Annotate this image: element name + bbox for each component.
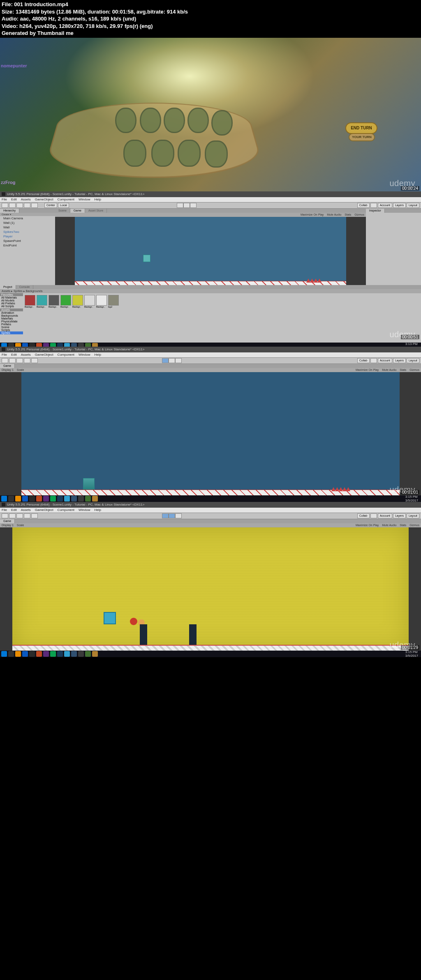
hierarchy-item[interactable]: SpikesTwo	[0, 230, 55, 234]
game-tab[interactable]: Game	[0, 519, 15, 523]
pivot-center-toggle[interactable]: Center	[44, 203, 57, 208]
inspector-tab[interactable]: Inspector	[366, 209, 385, 213]
stats-toggle[interactable]: Stats	[345, 213, 351, 216]
rect-tool-icon[interactable]	[31, 203, 38, 208]
play-button-icon[interactable]	[177, 203, 183, 208]
menu-component[interactable]: Component	[58, 198, 74, 201]
video-line: Video: h264, yuv420p, 1280x720, 718 kb/s…	[2, 23, 419, 30]
player-cube	[83, 478, 95, 490]
unity-logo-icon	[2, 347, 5, 351]
size-line: Size: 13481469 bytes (12.86 MiB), durati…	[2, 8, 419, 16]
menu-assets[interactable]: Assets	[21, 198, 31, 201]
scene-tab[interactable]: Scene	[55, 209, 70, 213]
project-panel: Favorites All Materials All Models All P…	[0, 293, 421, 343]
window-titlebar: Unity 5.5.2f1 Personal (64bit) - Scene1.…	[0, 191, 421, 197]
layout-dropdown[interactable]: Layout	[407, 203, 419, 208]
your-turn-label: YOUR TURN	[349, 133, 375, 141]
pause-button-icon[interactable]	[169, 358, 175, 363]
scale-tool-icon[interactable]	[24, 358, 30, 363]
red-ball	[130, 618, 137, 625]
menu-gameobject[interactable]: GameObject	[35, 198, 53, 201]
game-view-yellow	[12, 527, 409, 651]
hierarchy-item[interactable]: Main Camera	[0, 216, 55, 221]
audio-line: Audio: aac, 48000 Hz, 2 channels, s16, 1…	[2, 15, 419, 23]
hierarchy-item[interactable]: Player	[0, 234, 55, 239]
mute-toggle[interactable]: Mute Audio	[327, 213, 341, 216]
thumbnail-frame-4: Unity 5.5.2f1 Personal (64bit) - Scene1.…	[0, 502, 421, 657]
menu-file[interactable]: File	[2, 198, 7, 201]
player-cube	[143, 255, 150, 262]
thumbnail-frame-3: Unity 5.5.2f1 Personal (64bit) - Scene1.…	[0, 347, 421, 502]
pivot-local-toggle[interactable]: Local	[58, 203, 69, 208]
obstacle-pillar	[140, 624, 147, 645]
play-button-icon[interactable]	[162, 513, 169, 518]
menu-window[interactable]: Window	[79, 198, 90, 201]
move-tool-icon[interactable]	[9, 358, 16, 363]
frame-timestamp: 00:00:51	[401, 335, 419, 339]
window-title: Unity 5.5.2f1 Personal (64bit) - Scene1.…	[7, 347, 144, 351]
move-tool-icon[interactable]	[9, 203, 16, 208]
floor	[12, 645, 409, 651]
hierarchy-tab[interactable]: Hierarchy	[0, 209, 19, 213]
play-button-icon[interactable]	[162, 358, 169, 363]
pause-button-icon[interactable]	[183, 203, 190, 208]
opponent-name: nomepunter	[1, 63, 27, 68]
video-metadata-header: File: 001 Introduction.mp4 Size: 1348146…	[0, 0, 421, 38]
game-tab[interactable]: Game	[70, 209, 85, 213]
display-dropdown[interactable]: Display 1	[2, 368, 14, 371]
hierarchy-item[interactable]: EndPoint	[0, 243, 55, 248]
account-dropdown[interactable]: Account	[378, 203, 392, 208]
thumbnail-frame-1: nomepunter END TURN YOUR TURN zzFrog ude…	[0, 38, 421, 191]
hand-tool-icon[interactable]	[2, 358, 8, 363]
hierarchy-item[interactable]: Wall	[0, 225, 55, 230]
collab-dropdown[interactable]: Collab	[357, 203, 370, 208]
windows-taskbar[interactable]: 3:15 PM 3/5/2017	[0, 495, 421, 502]
menu-bar[interactable]: File Edit Assets GameObject Component Wi…	[0, 352, 421, 357]
frame-timestamp: 00:01:29	[401, 645, 419, 650]
cloud-icon[interactable]	[370, 203, 377, 208]
windows-taskbar[interactable]: 3:15 PM 3/5/2017	[0, 651, 421, 657]
step-button-icon[interactable]	[175, 358, 182, 363]
main-toolbar: Collab Account Layers Layout	[0, 357, 421, 364]
project-tree[interactable]: Favorites All Materials All Models All P…	[0, 293, 23, 343]
game-view-maximized	[0, 372, 421, 495]
rotate-tool-icon[interactable]	[16, 203, 23, 208]
taskbar-clock[interactable]: 3:15 PM 3/5/2017	[405, 495, 420, 502]
asset-store-tab[interactable]: Asset Store	[85, 209, 107, 213]
gizmos-toggle[interactable]: Gizmos	[354, 213, 364, 216]
hierarchy-item[interactable]: SpawnPoint	[0, 239, 55, 243]
menu-help[interactable]: Help	[94, 198, 101, 201]
hand-tool-icon[interactable]	[2, 203, 8, 208]
main-toolbar: Center Local Collab Account Layers Layou…	[0, 202, 421, 209]
console-tab[interactable]: Console	[16, 285, 34, 289]
obstacle-pillar	[189, 624, 197, 645]
player-name: zzFrog	[1, 180, 15, 185]
hierarchy-panel: Hierarchy Create ▾ Main Camera Wall (1) …	[0, 209, 55, 285]
end-turn-button[interactable]: END TURN	[345, 122, 377, 134]
step-button-icon[interactable]	[190, 203, 197, 208]
player-cube	[104, 612, 116, 624]
thumbnail-frame-2: Unity 5.5.2f1 Personal (64bit) - Scene1.…	[0, 191, 421, 347]
step-button-icon[interactable]	[175, 513, 182, 518]
scale-label: Scale	[17, 368, 24, 371]
game-view	[55, 217, 366, 285]
layers-dropdown[interactable]: Layers	[393, 203, 406, 208]
rect-tool-icon[interactable]	[31, 358, 38, 363]
hierarchy-item[interactable]: Wall (1)	[0, 221, 55, 225]
project-tab[interactable]: Project	[0, 285, 16, 289]
window-title: Unity 5.5.2f1 Personal (64bit) - Scene1.…	[7, 192, 144, 196]
asset-grid[interactable]: Backgr.. Backgr.. Backgr.. Backgr.. Back…	[23, 293, 421, 343]
frame-timestamp: 00:00:24	[401, 186, 419, 191]
menu-edit[interactable]: Edit	[11, 198, 17, 201]
taskbar-clock[interactable]: 3:15 PM 3/5/2017	[405, 650, 420, 657]
game-tab[interactable]: Game	[0, 364, 15, 368]
maximize-toggle[interactable]: Maximize On Play	[301, 213, 324, 216]
window-titlebar: Unity 5.5.2f1 Personal (64bit) - Scene1.…	[0, 347, 421, 352]
menu-bar[interactable]: File Edit Assets GameObject Component Wi…	[0, 197, 421, 202]
project-breadcrumb: Assets ▸ Sprites ▸ Backgrounds	[0, 289, 421, 293]
generated-line: Generated by Thumbnail me	[2, 30, 419, 37]
unity-logo-icon	[2, 192, 5, 196]
scale-tool-icon[interactable]	[24, 203, 30, 208]
rotate-tool-icon[interactable]	[16, 358, 23, 363]
pause-button-icon[interactable]	[169, 513, 175, 518]
